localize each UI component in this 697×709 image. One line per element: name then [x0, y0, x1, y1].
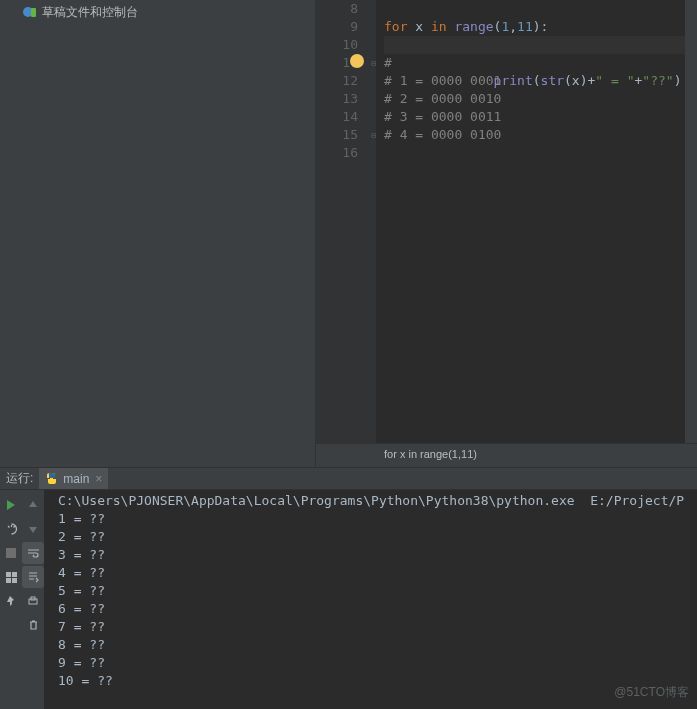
line-number: 13 — [316, 90, 358, 108]
svg-rect-4 — [12, 572, 17, 577]
console-line: 2 = ?? — [58, 528, 684, 546]
console-output[interactable]: C:\Users\PJONSER\AppData\Local\Programs\… — [44, 490, 697, 709]
soft-wrap-button[interactable] — [22, 542, 44, 564]
python-icon — [45, 472, 59, 486]
print-button[interactable] — [22, 590, 44, 612]
line-number: 15 — [316, 126, 358, 144]
fold-marker-icon[interactable]: ⊟ — [368, 55, 376, 63]
svg-rect-3 — [6, 572, 11, 577]
line-number: 12 — [316, 72, 358, 90]
trash-button[interactable] — [22, 614, 44, 636]
fold-marker-icon[interactable]: ⊟ — [368, 127, 376, 135]
svg-rect-1 — [31, 8, 36, 17]
scratches-node[interactable]: 草稿文件和控制台 — [0, 2, 315, 23]
svg-rect-5 — [6, 578, 11, 583]
console-line: 10 = ?? — [58, 672, 684, 690]
up-arrow-button[interactable] — [22, 494, 44, 516]
console-line: 3 = ?? — [58, 546, 684, 564]
rerun-button[interactable] — [0, 494, 22, 516]
stop-button[interactable] — [0, 542, 22, 564]
close-icon[interactable]: × — [95, 472, 102, 486]
editor-scrollbar[interactable] — [685, 0, 697, 443]
project-sidebar[interactable]: 草稿文件和控制台 — [0, 0, 316, 467]
line-number: 16 — [316, 144, 358, 162]
scratches-label: 草稿文件和控制台 — [42, 4, 138, 21]
run-label: 运行: — [0, 470, 39, 487]
scroll-end-button[interactable] — [22, 566, 44, 588]
console-line: 4 = ?? — [58, 564, 684, 582]
run-tab-label: main — [63, 472, 89, 486]
layout-button[interactable] — [0, 566, 22, 588]
svg-rect-6 — [12, 578, 17, 583]
editor-breadcrumb[interactable]: for x in range(1,11) — [316, 443, 697, 467]
console-line: 8 = ?? — [58, 636, 684, 654]
run-toolbar-left — [0, 490, 22, 709]
intention-bulb-icon[interactable] — [350, 54, 364, 68]
svg-rect-2 — [6, 548, 16, 558]
down-arrow-button[interactable] — [22, 518, 44, 540]
run-toolbar-right — [22, 490, 44, 709]
line-number: 10 — [316, 36, 358, 54]
run-tab-main[interactable]: main × — [39, 468, 108, 489]
console-line: C:\Users\PJONSER\AppData\Local\Programs\… — [58, 492, 684, 510]
console-line: 6 = ?? — [58, 600, 684, 618]
console-line: 5 = ?? — [58, 582, 684, 600]
pin-button[interactable] — [0, 590, 22, 612]
console-line: 1 = ?? — [58, 510, 684, 528]
code-editor[interactable]: 8 9 10 11 12 13 14 15 16 ⊟ ⊟ for x in ra… — [316, 0, 697, 467]
console-line: 9 = ?? — [58, 654, 684, 672]
line-number: 14 — [316, 108, 358, 126]
debug-button[interactable] — [0, 518, 22, 540]
scratches-icon — [22, 5, 38, 21]
console-line: 7 = ?? — [58, 618, 684, 636]
watermark: @51CTO博客 — [614, 684, 689, 701]
code-content[interactable]: for x in range(1,11): print(str(x)+" = "… — [376, 0, 697, 443]
line-number: 9 — [316, 18, 358, 36]
line-number: 8 — [316, 0, 358, 18]
run-panel: 运行: main × — [0, 467, 697, 709]
run-header: 运行: main × — [0, 467, 697, 490]
line-gutter: 8 9 10 11 12 13 14 15 16 ⊟ ⊟ — [316, 0, 376, 443]
